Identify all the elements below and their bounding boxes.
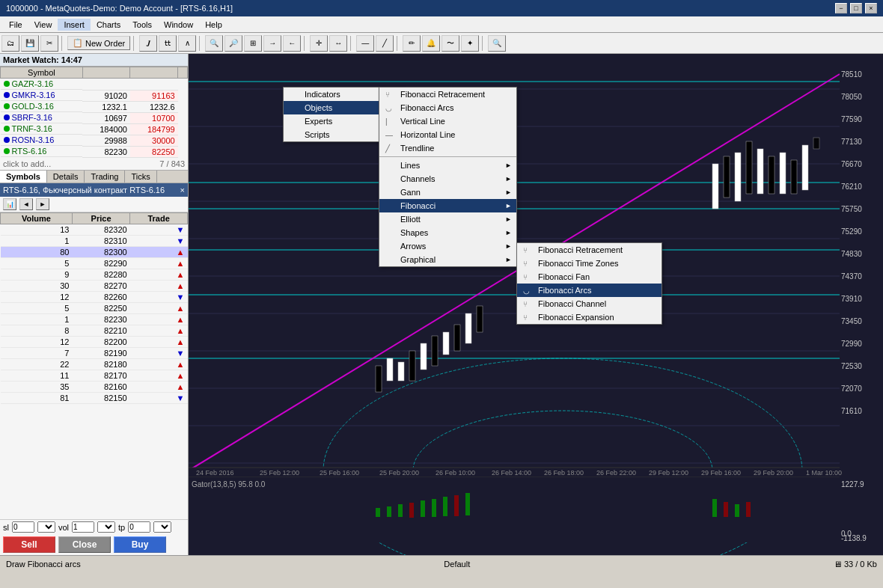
tab-symbols[interactable]: Symbols bbox=[0, 171, 47, 183]
market-watch-row[interactable]: ROSN-3.162998830000 bbox=[1, 135, 188, 146]
market-watch-add[interactable]: click to add... 7 / 843 bbox=[0, 158, 188, 170]
menu-help[interactable]: Help bbox=[199, 19, 228, 31]
toolbar-chart-2[interactable]: 𝗍𝗍 bbox=[159, 35, 177, 52]
volume-cell: 13 bbox=[1, 224, 73, 235]
obj-graphical[interactable]: Graphical bbox=[379, 253, 516, 266]
toolbar-bell[interactable]: 🔔 bbox=[422, 35, 440, 52]
tp-input[interactable] bbox=[128, 521, 150, 533]
trade-row[interactable]: 1182170▲ bbox=[1, 370, 188, 381]
fit-button[interactable]: ⊞ bbox=[244, 35, 262, 52]
menu-tools[interactable]: Tools bbox=[126, 19, 158, 31]
obj-trendline[interactable]: ╱ Trendline bbox=[379, 141, 516, 155]
obj-elliott[interactable]: Elliott bbox=[379, 212, 516, 226]
new-order-button[interactable]: 📋 New Order bbox=[67, 36, 130, 50]
trade-row[interactable]: 182230▲ bbox=[1, 313, 188, 325]
obj-vline[interactable]: | Vertical Line bbox=[379, 114, 516, 128]
obj-shapes[interactable]: Shapes bbox=[379, 226, 516, 239]
buy-button[interactable]: Buy bbox=[114, 536, 166, 553]
crosshair-button[interactable]: ✛ bbox=[310, 35, 328, 52]
trade-row[interactable]: 1282200▲ bbox=[1, 336, 188, 347]
scroll-right-button[interactable]: → bbox=[263, 35, 281, 52]
trade-row[interactable]: 8182150▼ bbox=[1, 392, 188, 403]
chart-area[interactable]: 100.0 61.8 50.0 38.2 23.6 0.0 78510 7805… bbox=[189, 54, 883, 555]
svg-text:29 Feb 16:00: 29 Feb 16:00 bbox=[701, 469, 741, 477]
volume-cell: 1 bbox=[1, 313, 73, 325]
trade-row[interactable]: 3082270▲ bbox=[1, 280, 188, 291]
fib-expansion-item[interactable]: ⑂ Fibonacci Expansion bbox=[517, 310, 662, 324]
market-watch-row[interactable]: TRNF-3.16184000184799 bbox=[1, 123, 188, 135]
fib-channel-item[interactable]: ⑂ Fibonacci Channel bbox=[517, 297, 662, 310]
scroll-left-button[interactable]: ← bbox=[283, 35, 301, 52]
ask-cell bbox=[130, 79, 178, 91]
market-watch-row[interactable]: GOLD-3.161232.11232.6 bbox=[1, 101, 188, 112]
obj-fib-arcs[interactable]: ◡ Fibonacci Arcs bbox=[379, 101, 516, 114]
market-watch-row[interactable]: GMKR-3.169102091163 bbox=[1, 90, 188, 101]
ticker-close-button[interactable]: × bbox=[180, 186, 185, 195]
trade-row[interactable]: 782190▼ bbox=[1, 347, 188, 358]
trade-row[interactable]: 2282180▲ bbox=[1, 358, 188, 370]
trade-row[interactable]: 582250▲ bbox=[1, 302, 188, 313]
fib-arcs-item[interactable]: ◡ Fibonacci Arcs bbox=[517, 284, 662, 297]
fib-timezones-item[interactable]: ⑂ Fibonacci Time Zones bbox=[517, 257, 662, 270]
trade-row[interactable]: 3582160▲ bbox=[1, 381, 188, 392]
obj-lines[interactable]: Lines bbox=[379, 159, 516, 172]
vol-select[interactable] bbox=[97, 521, 115, 533]
trade-row[interactable]: 182310▼ bbox=[1, 235, 188, 246]
arrow-button[interactable]: ↔ bbox=[329, 35, 347, 52]
menu-charts[interactable]: Charts bbox=[91, 19, 126, 31]
volume-cell: 5 bbox=[1, 302, 73, 313]
toolbar-chart-1[interactable]: 𝑱 bbox=[139, 35, 157, 52]
indicators-label: Indicators bbox=[305, 90, 340, 99]
menu-file[interactable]: File bbox=[3, 19, 28, 31]
obj-hline[interactable]: — Horizontal Line bbox=[379, 128, 516, 141]
sell-button[interactable]: Sell bbox=[3, 536, 55, 553]
zoom-in-button[interactable]: 🔍 bbox=[205, 35, 223, 52]
toolbar-pencil[interactable]: ✏ bbox=[403, 35, 421, 52]
sl-input[interactable] bbox=[12, 521, 34, 533]
close-order-button[interactable]: Close bbox=[58, 536, 111, 553]
obj-arrows[interactable]: Arrows bbox=[379, 239, 516, 253]
tp-select[interactable] bbox=[153, 521, 171, 533]
toolbar-btn-1[interactable]: 🗂 bbox=[1, 35, 19, 52]
toolbar-btn-3[interactable]: ✂ bbox=[40, 35, 58, 52]
toolbar-star[interactable]: ✦ bbox=[461, 35, 479, 52]
fib-retracement-item[interactable]: ⑂ Fibonacci Retracement bbox=[517, 243, 662, 257]
trade-row[interactable]: 1282260▼ bbox=[1, 291, 188, 302]
toolbar-chart-3[interactable]: ∧ bbox=[178, 35, 196, 52]
obj-fib-retracement[interactable]: ⑂ Fibonacci Retracement bbox=[379, 88, 516, 101]
zoom-out-button[interactable]: 🔎 bbox=[224, 35, 242, 52]
menu-view[interactable]: View bbox=[28, 19, 58, 31]
tab-ticks[interactable]: Ticks bbox=[125, 171, 156, 183]
trade-row[interactable]: 982280▲ bbox=[1, 269, 188, 280]
ticker-fwd-button[interactable]: ► bbox=[36, 198, 49, 210]
obj-gann[interactable]: Gann bbox=[379, 186, 516, 199]
toolbar-line[interactable]: — bbox=[356, 35, 374, 52]
trade-row[interactable]: 882210▲ bbox=[1, 325, 188, 336]
market-watch-row[interactable]: RTS-6.168223082250 bbox=[1, 146, 188, 157]
trade-row[interactable]: 1382320▼ bbox=[1, 224, 188, 235]
sl-select[interactable] bbox=[37, 521, 55, 533]
vline-label: Vertical Line bbox=[400, 117, 445, 126]
search-button[interactable]: 🔍 bbox=[488, 35, 506, 52]
tab-trading[interactable]: Trading bbox=[85, 171, 125, 183]
toolbar-btn-2[interactable]: 💾 bbox=[21, 35, 39, 52]
minimize-button[interactable]: − bbox=[835, 3, 847, 13]
toolbar-wave[interactable]: 〜 bbox=[442, 35, 459, 52]
market-watch-row[interactable]: GAZR-3.16 bbox=[1, 79, 188, 91]
trade-row[interactable]: 582290▲ bbox=[1, 257, 188, 269]
obj-fibonacci[interactable]: Fibonacci bbox=[379, 199, 516, 212]
tab-details[interactable]: Details bbox=[47, 171, 85, 183]
market-watch-row[interactable]: SBRF-3.161069710700 bbox=[1, 112, 188, 123]
toolbar-diag[interactable]: ╱ bbox=[376, 35, 394, 52]
ticker-chart-button[interactable]: 📊 bbox=[3, 198, 16, 210]
maximize-button[interactable]: □ bbox=[850, 3, 862, 13]
ticker-back-button[interactable]: ◄ bbox=[19, 198, 33, 210]
obj-channels[interactable]: Channels bbox=[379, 172, 516, 186]
close-button[interactable]: × bbox=[865, 3, 877, 13]
menu-insert[interactable]: Insert bbox=[58, 19, 91, 31]
symbol-cell: GMKR-3.16 bbox=[1, 90, 83, 101]
trade-row[interactable]: 8082300▲ bbox=[1, 246, 188, 257]
vol-input[interactable] bbox=[72, 521, 94, 533]
menu-window[interactable]: Window bbox=[158, 19, 199, 31]
fib-fan-item[interactable]: ⑂ Fibonacci Fan bbox=[517, 270, 662, 284]
